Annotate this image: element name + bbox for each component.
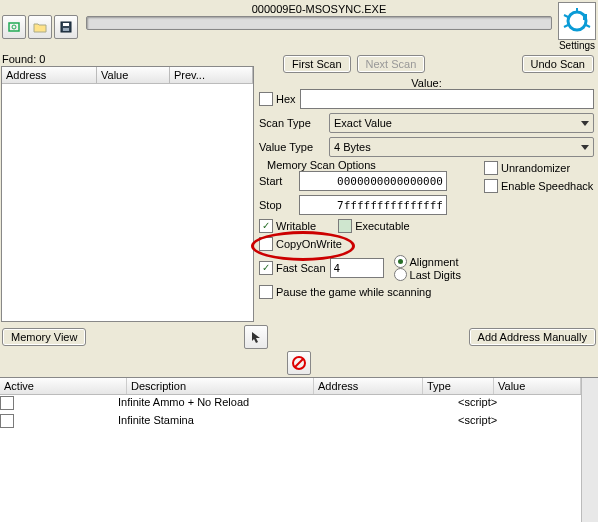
stop-icon[interactable] [287, 351, 311, 375]
first-scan-button[interactable]: First Scan [283, 55, 351, 73]
pause-checkbox[interactable] [259, 285, 273, 299]
svg-rect-6 [583, 14, 587, 20]
col-prev[interactable]: Prev... [170, 67, 253, 83]
svg-rect-4 [63, 28, 69, 31]
svg-rect-3 [63, 23, 69, 26]
settings-label[interactable]: Settings [559, 40, 595, 51]
cheat-engine-logo[interactable] [558, 2, 596, 40]
col-value[interactable]: Value [97, 67, 170, 83]
alignment-label: Alignment [410, 256, 459, 268]
writable-checkbox[interactable] [259, 219, 273, 233]
found-count: 0 [39, 53, 45, 65]
unrandomizer-checkbox[interactable] [484, 161, 498, 175]
start-input[interactable] [299, 171, 447, 191]
entry-type[interactable] [396, 396, 458, 412]
value-input[interactable] [300, 89, 594, 109]
vertical-scrollbar[interactable] [581, 378, 598, 522]
pause-label: Pause the game while scanning [276, 286, 431, 298]
scan-type-label: Scan Type [259, 117, 325, 129]
col-address[interactable]: Address [2, 67, 97, 83]
hex-checkbox[interactable] [259, 92, 273, 106]
speedhack-label: Enable Speedhack [501, 180, 593, 192]
col-active[interactable]: Active [0, 378, 127, 394]
mem-options-frame: Memory Scan Options [265, 159, 378, 171]
executable-checkbox[interactable] [338, 219, 352, 233]
cheat-table-body[interactable]: Infinite Ammo + No Reload<script>Infinit… [0, 395, 581, 522]
scan-type-dropdown[interactable]: Exact Value [329, 113, 594, 133]
entry-description[interactable]: Infinite Ammo + No Reload [118, 396, 296, 412]
col-description[interactable]: Description [127, 378, 314, 394]
scan-results-table[interactable]: Address Value Prev... [1, 66, 254, 322]
entry-description[interactable]: Infinite Stamina [118, 414, 296, 430]
lastdigits-radio[interactable] [394, 268, 407, 281]
add-address-button[interactable]: Add Address Manually [469, 328, 596, 346]
svg-line-8 [295, 359, 303, 367]
unrandomizer-label: Unrandomizer [501, 162, 570, 174]
entry-value[interactable]: <script> [458, 396, 581, 412]
entry-active-checkbox[interactable] [0, 396, 14, 410]
process-title: 000009E0-MSOSYNC.EXE [86, 2, 552, 16]
pointer-tool-icon[interactable] [244, 325, 268, 349]
svg-rect-0 [9, 23, 19, 31]
writable-label: Writable [276, 220, 316, 232]
executable-label: Executable [355, 220, 409, 232]
value-type-dropdown[interactable]: 4 Bytes [329, 137, 594, 157]
open-file-icon[interactable] [28, 15, 52, 39]
col-type[interactable]: Type [423, 378, 494, 394]
table-row[interactable]: Infinite Ammo + No Reload<script> [0, 395, 581, 413]
fastscan-label: Fast Scan [276, 262, 326, 274]
cheat-table-header: Active Description Address Type Value [0, 378, 581, 395]
fastscan-checkbox[interactable] [259, 261, 273, 275]
entry-value[interactable]: <script> [458, 414, 581, 430]
svg-point-1 [12, 25, 16, 29]
open-process-icon[interactable] [2, 15, 26, 39]
speedhack-checkbox[interactable] [484, 179, 498, 193]
start-label: Start [259, 175, 295, 187]
hex-label: Hex [276, 93, 296, 105]
value-type-label: Value Type [259, 141, 325, 153]
progress-bar [86, 16, 552, 30]
undo-scan-button[interactable]: Undo Scan [522, 55, 594, 73]
fastscan-value-input[interactable] [330, 258, 384, 278]
entry-type[interactable] [396, 414, 458, 430]
copyonwrite-label: CopyOnWrite [276, 238, 342, 250]
stop-input[interactable] [299, 195, 447, 215]
found-count-label: Found: 0 [0, 53, 255, 65]
col-address2[interactable]: Address [314, 378, 423, 394]
entry-address[interactable] [296, 414, 396, 430]
entry-address[interactable] [296, 396, 396, 412]
copyonwrite-checkbox[interactable] [259, 237, 273, 251]
memory-view-button[interactable]: Memory View [2, 328, 86, 346]
value-heading: Value: [411, 77, 441, 89]
save-icon[interactable] [54, 15, 78, 39]
table-row[interactable]: Infinite Stamina<script> [0, 413, 581, 431]
stop-label: Stop [259, 199, 295, 211]
lastdigits-label: Last Digits [410, 269, 461, 281]
col-value2[interactable]: Value [494, 378, 581, 394]
alignment-radio[interactable] [394, 255, 407, 268]
next-scan-button: Next Scan [357, 55, 426, 73]
entry-active-checkbox[interactable] [0, 414, 14, 428]
